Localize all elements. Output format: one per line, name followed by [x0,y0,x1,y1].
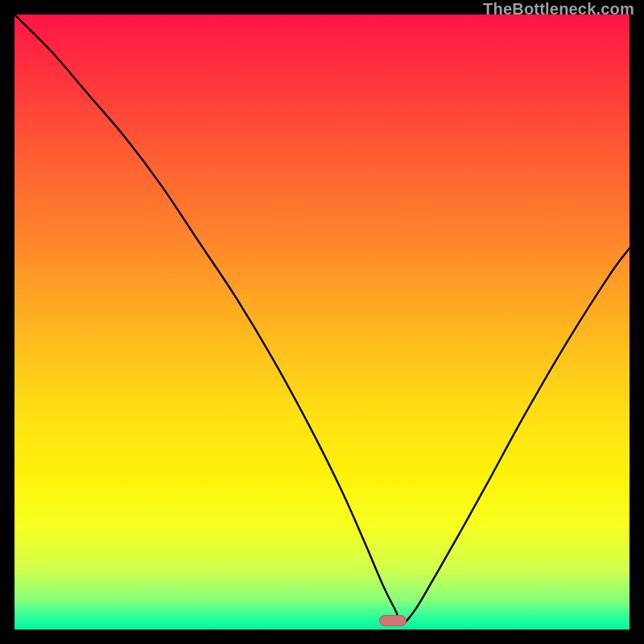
optimal-marker [379,615,407,626]
watermark-text: TheBottleneck.com [483,0,634,19]
bottleneck-curve [14,14,630,630]
plot-area [14,14,630,630]
chart-frame: TheBottleneck.com [0,0,644,644]
